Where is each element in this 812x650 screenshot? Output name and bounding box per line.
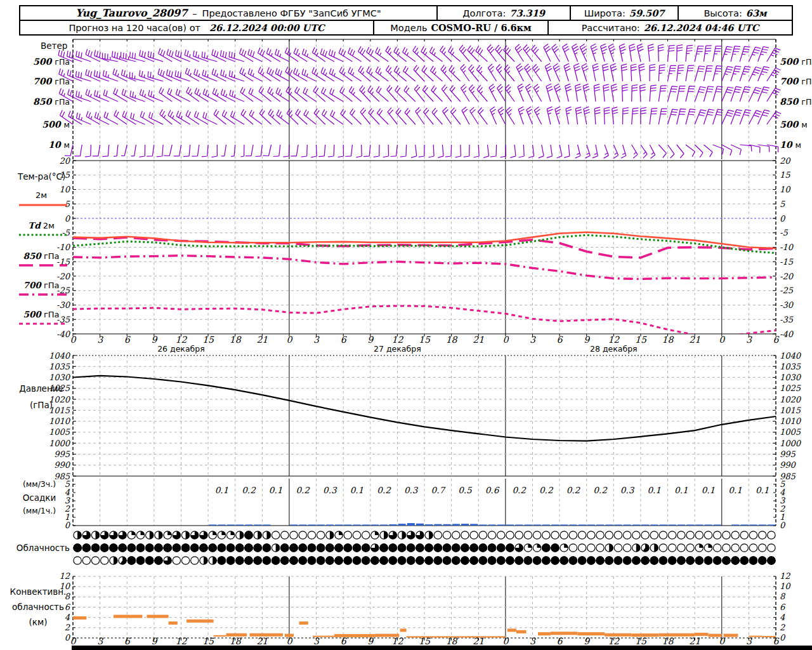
svg-text:0: 0: [780, 521, 786, 530]
wind-barb: [86, 111, 100, 124]
wind-barb: [419, 145, 424, 157]
svg-text:5: 5: [780, 199, 785, 209]
wind-barb: [668, 109, 678, 124]
wind-barb: [470, 107, 479, 124]
wind-barb: [86, 49, 100, 62]
wind-barb: [221, 145, 226, 156]
wind-barb: [263, 145, 272, 156]
wind-barb: [547, 145, 553, 158]
wind-barb: [273, 145, 280, 157]
wind-barb: [532, 64, 541, 81]
svg-text:0.2: 0.2: [242, 485, 256, 495]
wind-barb: [121, 145, 127, 156]
wind-barb: [202, 145, 208, 157]
wind-barb: [731, 145, 741, 155]
wind-section-title: Ветер: [41, 42, 67, 51]
wind-barb: [564, 63, 570, 81]
wind-barb: [582, 63, 589, 81]
svg-text:0.1: 0.1: [215, 485, 228, 495]
svg-text:15: 15: [780, 170, 790, 180]
wind-barb: [632, 85, 638, 102]
svg-text:0: 0: [286, 335, 292, 345]
wind-barb: [704, 109, 714, 124]
wind-barb: [527, 107, 533, 124]
svg-text:18: 18: [662, 636, 674, 646]
svg-text:2: 2: [780, 504, 785, 514]
wind-barb: [341, 109, 353, 124]
svg-text:1000: 1000: [49, 439, 71, 448]
wind-barb: [104, 112, 118, 124]
wind-barb: [532, 45, 542, 62]
svg-text:1: 1: [780, 512, 785, 522]
svg-text:0.1: 0.1: [702, 485, 715, 495]
wind-barb: [464, 145, 469, 157]
meteogram-chart: 2020151510105500-5-5-10-10-15-15-20-20-2…: [0, 0, 812, 650]
wind-barb: [547, 107, 553, 124]
wind-barb: [311, 145, 317, 157]
svg-text:5: 5: [65, 199, 70, 209]
wind-barb: [469, 65, 479, 81]
wind-barb: [619, 44, 625, 62]
wind-barb: [114, 145, 118, 156]
wind-barb: [240, 48, 254, 62]
wind-barb: [147, 145, 154, 156]
wind-barb: [139, 70, 154, 81]
svg-text:990: 990: [54, 460, 71, 470]
wind-barb: [185, 50, 199, 62]
svg-text:-15: -15: [780, 257, 794, 267]
wind-barb: [695, 145, 703, 157]
wind-barb: [621, 64, 627, 81]
svg-text:18: 18: [446, 335, 458, 345]
wind-barb: [722, 110, 734, 124]
svg-text:10: 10: [780, 185, 791, 194]
svg-text:21: 21: [256, 335, 268, 345]
wind-barb: [564, 145, 570, 157]
wind-level-850hpa-label-left: 850 гПа: [20, 96, 70, 107]
wind-barb: [641, 107, 646, 124]
wind-barb: [553, 63, 560, 81]
wind-barb: [637, 44, 643, 62]
svg-text:0: 0: [65, 521, 71, 530]
svg-text:12: 12: [176, 335, 188, 345]
wind-barb: [518, 107, 524, 124]
svg-text:0.2: 0.2: [566, 485, 581, 495]
wind-barb: [539, 145, 544, 158]
svg-text:15: 15: [419, 636, 431, 646]
wind-barb: [114, 88, 127, 102]
svg-text:5: 5: [780, 479, 785, 489]
wind-barb: [241, 145, 244, 157]
svg-text:9: 9: [584, 335, 590, 345]
wind-barb: [488, 64, 496, 81]
wind-barb: [658, 65, 665, 81]
svg-text:-10: -10: [780, 242, 794, 252]
svg-text:0: 0: [780, 633, 786, 642]
wind-barb: [758, 47, 769, 62]
pressure-unit: (гПа): [14, 401, 69, 410]
legend-2m: 2м: [6, 191, 76, 200]
wind-barb: [575, 145, 580, 158]
wind-barb: [455, 145, 461, 157]
legend-td-2m: Td 2м: [6, 222, 76, 230]
svg-text:1030: 1030: [780, 373, 802, 382]
wind-barb: [85, 145, 91, 157]
wind-barb: [648, 44, 655, 62]
wind-barb: [424, 108, 434, 124]
wind-barb: [668, 86, 678, 102]
svg-text:0.1: 0.1: [756, 485, 769, 495]
wind-barb: [639, 64, 645, 81]
svg-text:8: 8: [780, 592, 786, 601]
wind-barb: [565, 84, 572, 102]
wind-barb: [183, 145, 190, 157]
wind-barb: [686, 65, 694, 81]
wind-barb: [360, 86, 370, 102]
wind-barb: [534, 107, 541, 124]
wind-barb: [629, 44, 636, 62]
wind-barb: [740, 86, 750, 102]
wind-barb: [767, 68, 781, 81]
wind-barb: [525, 64, 533, 81]
wind-barb: [442, 85, 451, 102]
wind-barb: [677, 145, 684, 158]
wind-barb: [443, 107, 452, 124]
svg-text:3: 3: [313, 636, 320, 646]
wind-barb: [686, 145, 695, 157]
